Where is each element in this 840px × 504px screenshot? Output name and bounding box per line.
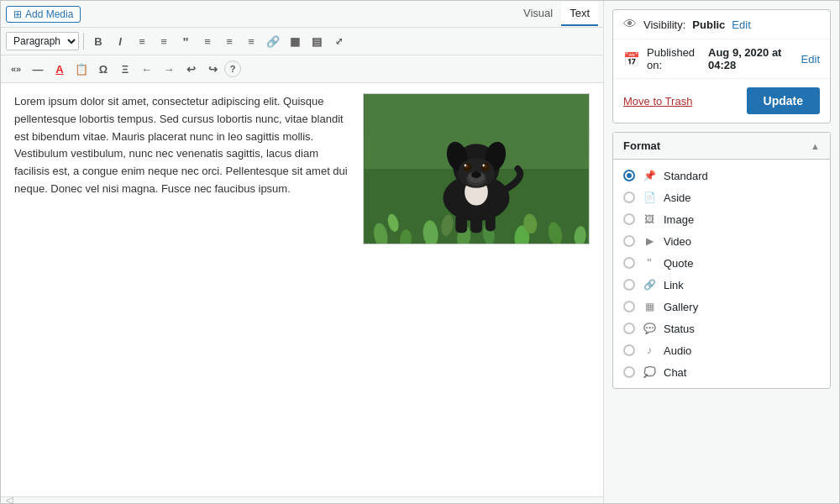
format-radio-chat xyxy=(623,366,635,378)
format-icon-standard: 📌 xyxy=(642,169,657,182)
format-radio-video xyxy=(623,235,635,247)
published-date: Aug 9, 2020 at 04:28 xyxy=(708,46,795,71)
toolbar-row-1: Paragraph B I ≡ ≡ " ≡ ≡ ≡ 🔗 ▦ ▤ ⤢ xyxy=(1,28,603,55)
table-button[interactable]: ▦ xyxy=(285,31,305,51)
format-icon-status: 💬 xyxy=(642,322,657,335)
publish-actions: Move to Trash Update xyxy=(613,79,830,123)
move-to-trash-button[interactable]: Move to Trash xyxy=(623,95,692,108)
visibility-icon: 👁 xyxy=(623,17,637,32)
format-item-image[interactable]: 🖼 Image xyxy=(613,208,830,230)
toolbar-row-2: «» — A 📋 Ω Ξ → → ↩ ↪ ? xyxy=(1,55,603,83)
format-radio-image xyxy=(623,213,635,225)
format-label-link: Link xyxy=(664,279,684,291)
help-button[interactable]: ? xyxy=(224,60,241,77)
blockquote-button[interactable]: " xyxy=(176,31,196,51)
editor-content[interactable]: Lorem ipsum dolor sit amet, consectetur … xyxy=(1,83,603,496)
published-row: 📅 Published on: Aug 9, 2020 at 04:28 Edi… xyxy=(613,39,830,79)
format-icon-quote: " xyxy=(642,256,657,270)
format-radio-quote xyxy=(623,257,635,269)
format-collapse-button[interactable]: ▲ xyxy=(811,141,820,151)
editor-image-block xyxy=(363,93,590,244)
omega-button[interactable]: Ω xyxy=(93,59,113,79)
bold-button[interactable]: B xyxy=(88,31,108,51)
svg-point-30 xyxy=(484,165,487,168)
format-item-audio[interactable]: ♪ Audio xyxy=(613,339,830,361)
format-item-quote[interactable]: " Quote xyxy=(613,252,830,274)
published-edit-link[interactable]: Edit xyxy=(801,53,820,66)
bottom-handle: ◁ xyxy=(1,496,603,503)
format-header: Format ▲ xyxy=(613,133,830,160)
fullscreen-button[interactable]: ⤢ xyxy=(328,31,349,51)
format-item-aside[interactable]: 📄 Aside xyxy=(613,186,830,208)
editor-content-inner: Lorem ipsum dolor sit amet, consectetur … xyxy=(14,93,590,244)
format-item-gallery[interactable]: ▦ Gallery xyxy=(613,296,830,318)
lorem-text: Lorem ipsum dolor sit amet, consectetur … xyxy=(14,95,348,195)
format-radio-status xyxy=(623,323,635,334)
format-radio-link xyxy=(623,279,635,291)
format-icon-image: 🖼 xyxy=(642,213,657,226)
special-chars-button[interactable]: «» xyxy=(6,59,26,79)
tab-visual[interactable]: Visual xyxy=(515,2,561,26)
dog-image xyxy=(363,93,590,244)
add-media-icon: ⊞ xyxy=(13,8,22,20)
visibility-label: Visibility: xyxy=(643,18,685,31)
paste-button[interactable]: 📋 xyxy=(71,59,92,79)
visibility-edit-link[interactable]: Edit xyxy=(732,18,750,31)
italic-button[interactable]: I xyxy=(110,31,130,51)
format-title: Format xyxy=(623,139,660,152)
format-item-link[interactable]: 🔗 Link xyxy=(613,274,830,296)
align-right-button[interactable]: ≡ xyxy=(241,31,261,51)
format-label-image: Image xyxy=(664,213,694,226)
format-icon-link: 🔗 xyxy=(642,278,657,291)
format-label-audio: Audio xyxy=(664,344,691,357)
format-icon-video: ▶ xyxy=(642,234,657,248)
indent-button[interactable]: Ξ xyxy=(115,59,135,79)
format-icon-chat: 💭 xyxy=(642,365,657,379)
format-radio-aside xyxy=(623,192,635,203)
visibility-value: Public xyxy=(692,18,725,31)
add-media-label: Add Media xyxy=(25,8,73,20)
link-button[interactable]: 🔗 xyxy=(263,31,283,51)
editor-text[interactable]: Lorem ipsum dolor sit amet, consectetur … xyxy=(14,93,353,244)
format-item-standard[interactable]: 📌 Standard xyxy=(613,165,830,186)
format-radio-audio xyxy=(623,344,635,356)
tabs-row: ⊞ Add Media Visual Text xyxy=(1,1,603,28)
svg-point-21 xyxy=(471,171,481,178)
ordered-list-button[interactable]: ≡ xyxy=(154,31,174,51)
svg-rect-27 xyxy=(470,214,482,233)
format-item-status[interactable]: 💬 Status xyxy=(613,318,830,339)
toolbar-separator-1 xyxy=(83,33,84,50)
editor-right: 👁 Visibility: Public Edit 📅 Published on… xyxy=(604,1,839,503)
redo-button[interactable]: ↪ xyxy=(202,59,223,79)
format-item-video[interactable]: ▶ Video xyxy=(613,230,830,252)
visibility-row: 👁 Visibility: Public Edit xyxy=(613,10,830,39)
svg-rect-26 xyxy=(455,214,467,233)
format-icon-gallery: ▦ xyxy=(642,300,657,313)
format-icon-aside: 📄 xyxy=(642,191,657,204)
outdent-button[interactable]: → xyxy=(137,59,157,79)
format-label-chat: Chat xyxy=(664,366,686,379)
format-list: 📌 Standard 📄 Aside 🖼 Image ▶ Video xyxy=(613,160,830,388)
format-label-gallery: Gallery xyxy=(664,301,698,313)
indent-right-button[interactable]: → xyxy=(159,59,179,79)
format-item-chat[interactable]: 💭 Chat xyxy=(613,361,830,383)
editor-left: ⊞ Add Media Visual Text Paragraph B I ≡ … xyxy=(1,1,604,503)
format-radio-gallery xyxy=(623,301,635,312)
format-label-aside: Aside xyxy=(664,192,691,204)
undo-button[interactable]: ↩ xyxy=(181,59,201,79)
format-section: Format ▲ 📌 Standard 📄 Aside 🖼 Imag xyxy=(612,132,831,389)
publish-section: 👁 Visibility: Public Edit 📅 Published on… xyxy=(612,9,831,123)
paragraph-select[interactable]: Paragraph xyxy=(6,32,79,50)
align-left-button[interactable]: ≡ xyxy=(197,31,218,51)
update-button[interactable]: Update xyxy=(747,87,820,114)
unordered-list-button[interactable]: ≡ xyxy=(132,31,152,51)
tab-text[interactable]: Text xyxy=(561,2,598,26)
calendar-icon: 📅 xyxy=(623,51,640,67)
align-center-button[interactable]: ≡ xyxy=(219,31,239,51)
text-color-button[interactable]: A xyxy=(50,59,70,79)
add-media-button[interactable]: ⊞ Add Media xyxy=(6,6,81,23)
format-radio-standard xyxy=(623,170,635,181)
format-icon-audio: ♪ xyxy=(642,344,657,357)
horizontal-rule-button[interactable]: — xyxy=(28,59,48,79)
kitchen-sink-button[interactable]: ▤ xyxy=(307,31,327,51)
